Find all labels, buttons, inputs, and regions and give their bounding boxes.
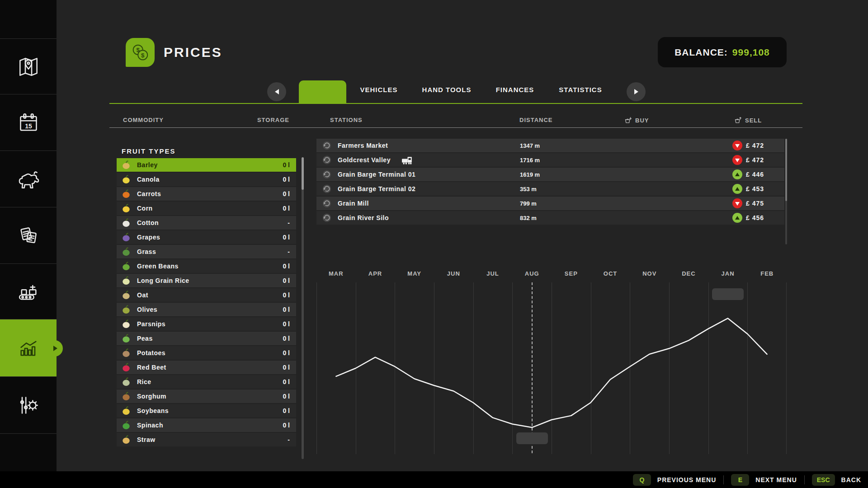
tab-prices-active[interactable] <box>299 80 346 104</box>
next-menu-label: NEXT MENU <box>755 476 797 483</box>
svg-text:15: 15 <box>25 122 32 129</box>
commodity-name: Barley <box>137 161 158 169</box>
commodity-row-straw[interactable]: Straw - <box>117 433 296 446</box>
station-hotspot-icon <box>322 213 332 223</box>
commodity-scrollbar[interactable] <box>302 157 304 459</box>
key-q[interactable]: Q <box>633 474 651 486</box>
sell-basket-icon <box>734 117 742 124</box>
commodity-row-grass[interactable]: Grass - <box>117 245 296 258</box>
crop-icon <box>121 377 131 387</box>
crop-icon <box>121 232 131 242</box>
sidebar-item-map[interactable] <box>0 38 57 94</box>
commodity-row-red-beet[interactable]: Red Beet 0 l <box>117 361 296 374</box>
sidebar-item-contracts[interactable] <box>0 207 57 264</box>
station-row-grain-river-silo[interactable]: Grain River Silo 832 m £ 456 <box>316 211 784 225</box>
crop-icon <box>121 189 131 199</box>
crop-icon <box>121 391 131 401</box>
arrow-right-icon <box>634 89 638 94</box>
crop-icon <box>121 247 131 257</box>
station-price: £ 472 <box>746 142 764 149</box>
station-hotspot-icon <box>322 141 332 150</box>
commodity-row-corn[interactable]: Corn 0 l <box>117 202 296 215</box>
key-e[interactable]: E <box>731 474 749 486</box>
crop-icon <box>121 160 131 170</box>
commodity-row-canola[interactable]: Canola 0 l <box>117 173 296 186</box>
commodity-row-carrots[interactable]: Carrots 0 l <box>117 187 296 201</box>
settings-icon <box>16 393 41 418</box>
crop-icon <box>121 218 131 228</box>
price-line-chart <box>316 282 787 454</box>
commodity-row-green-beans[interactable]: Green Beans 0 l <box>117 259 296 273</box>
sidebar-item-settings[interactable] <box>0 376 57 434</box>
station-distance: 1347 m <box>520 142 540 149</box>
hint-separator <box>723 475 724 484</box>
station-row-goldcrest-valley[interactable]: Goldcrest Valley 1716 m £ 472 <box>316 153 784 167</box>
crop-icon <box>121 174 131 184</box>
arrow-left-icon <box>275 89 279 94</box>
commodity-row-parsnips[interactable]: Parsnips 0 l <box>117 317 296 331</box>
tabs-prev-button[interactable] <box>267 82 286 101</box>
commodity-row-grapes[interactable]: Grapes 0 l <box>117 230 296 244</box>
stations-scrollbar[interactable] <box>785 139 787 244</box>
calendar-icon: 15 <box>16 110 41 136</box>
commodity-row-olives[interactable]: Olives 0 l <box>117 303 296 316</box>
commodity-row-barley[interactable]: Barley 0 l <box>117 158 296 172</box>
production-icon <box>16 279 41 305</box>
svg-text:$: $ <box>141 52 145 59</box>
tabs-next-button[interactable] <box>627 82 646 101</box>
commodity-scrollbar-thumb[interactable] <box>302 157 304 190</box>
sidebar-item-production[interactable] <box>0 263 57 319</box>
commodity-row-cotton[interactable]: Cotton - <box>117 216 296 230</box>
station-hotspot-icon <box>322 169 332 179</box>
crop-icon <box>121 362 131 372</box>
main-nav-sidebar: 15 <box>0 0 57 471</box>
crop-icon <box>121 290 131 300</box>
price-history-chart: MAR APR MAY JUN JUL AUG SEP OCT NOV DEC … <box>316 270 787 456</box>
commodity-storage: 0 l <box>283 161 290 169</box>
tab-finances[interactable]: FINANCES <box>496 86 534 94</box>
price-trend-icon <box>732 198 742 208</box>
chart-month-axis: MAR APR MAY JUN JUL AUG SEP OCT NOV DEC … <box>316 270 787 278</box>
station-hotspot-icon <box>322 155 332 165</box>
cow-icon <box>16 167 41 192</box>
column-header-storage: STORAGE <box>226 117 289 123</box>
balance-label: BALANCE: <box>675 47 728 58</box>
column-header-stations: STATIONS <box>330 117 363 123</box>
crop-icon <box>121 319 131 329</box>
column-header-sell: SELL <box>734 117 762 124</box>
buy-basket-icon <box>624 117 632 124</box>
commodity-row-rice[interactable]: Rice 0 l <box>117 375 296 389</box>
price-trend-icon <box>732 184 742 194</box>
commodity-row-long-grain-rice[interactable]: Long Grain Rice 0 l <box>117 274 296 287</box>
station-row-grain-mill[interactable]: Grain Mill 799 m £ 475 <box>316 197 784 210</box>
hint-previous-menu: Q PREVIOUS MENU <box>633 474 716 486</box>
station-row-farmers-market[interactable]: Farmers Market 1347 m £ 472 <box>316 139 784 152</box>
hint-next-menu: E NEXT MENU <box>731 474 797 486</box>
commodity-list: Barley 0 l Canola 0 l Carrots 0 l Corn 0… <box>117 158 296 447</box>
tab-hand-tools[interactable]: HAND TOOLS <box>422 86 472 94</box>
fruit-types-heading: FRUIT TYPES <box>122 147 176 155</box>
contracts-icon <box>16 223 41 249</box>
commodity-row-sorghum[interactable]: Sorghum 0 l <box>117 389 296 403</box>
sidebar-item-statistics[interactable] <box>0 319 57 377</box>
tab-statistics[interactable]: STATISTICS <box>559 86 602 94</box>
tab-underline <box>109 103 802 104</box>
sidebar-item-animals[interactable] <box>0 150 57 207</box>
sidebar-item-calendar[interactable]: 15 <box>0 94 57 151</box>
commodity-row-potatoes[interactable]: Potatoes 0 l <box>117 346 296 360</box>
station-row-grain-barge-terminal-02[interactable]: Grain Barge Terminal 02 353 m £ 453 <box>316 182 784 196</box>
stations-list: Farmers Market 1347 m £ 472 Goldcrest Va… <box>316 139 784 225</box>
commodity-row-peas[interactable]: Peas 0 l <box>117 332 296 345</box>
key-esc[interactable]: ESC <box>812 474 835 486</box>
tab-vehicles[interactable]: VEHICLES <box>360 86 397 94</box>
commodity-row-oat[interactable]: Oat 0 l <box>117 288 296 302</box>
active-nav-arrow <box>51 340 63 357</box>
price-trend-icon <box>732 141 742 150</box>
page-title: PRICES <box>164 45 222 60</box>
station-row-grain-barge-terminal-01[interactable]: Grain Barge Terminal 01 1619 m £ 446 <box>316 168 784 181</box>
commodity-row-spinach[interactable]: Spinach 0 l <box>117 418 296 432</box>
crop-icon <box>121 261 131 271</box>
stations-scrollbar-thumb[interactable] <box>785 139 787 201</box>
crop-icon <box>121 203 131 213</box>
commodity-row-soybeans[interactable]: Soybeans 0 l <box>117 404 296 418</box>
